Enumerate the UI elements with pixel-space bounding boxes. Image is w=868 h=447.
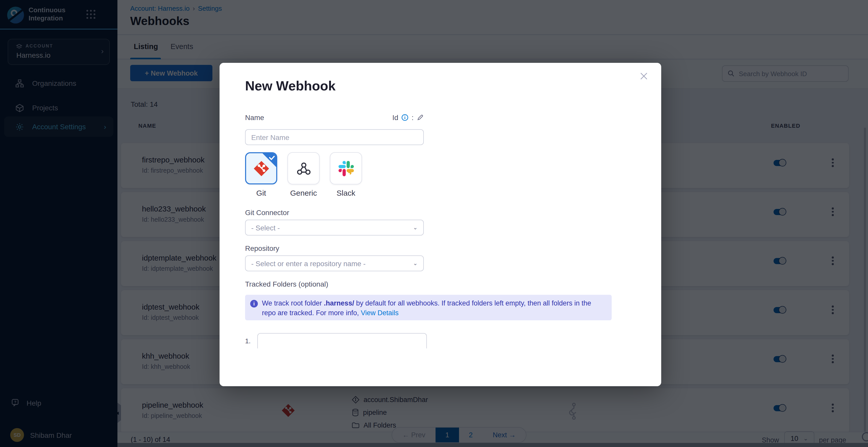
git-connector-value: - Select -: [251, 224, 280, 232]
tracked-folder-row: 1.: [245, 333, 637, 349]
repository-value: - Select or enter a repository name -: [251, 259, 366, 267]
modal-form-scroll-area: Name Id :: [245, 113, 637, 352]
folder-index: 1.: [245, 337, 251, 345]
repository-label: Repository: [245, 244, 637, 252]
type-label-git: Git: [245, 188, 277, 197]
modal-title: New Webhook: [245, 78, 336, 94]
slack-icon: [338, 161, 353, 176]
id-colon: :: [411, 113, 413, 122]
type-card-generic[interactable]: Generic: [287, 152, 320, 197]
app-window: Account: Harness.io›Settings Webhooks Li…: [0, 0, 868, 447]
tracked-folders-info-banner: i We track root folder .harness/ by defa…: [245, 295, 612, 320]
type-label-slack: Slack: [330, 188, 362, 197]
type-card-git[interactable]: Git: [245, 152, 277, 197]
info-text-pre: We track root folder: [262, 299, 324, 307]
webhook-type-cards: Git Generic: [245, 152, 637, 197]
check-icon: [262, 153, 276, 167]
webhook-name-input[interactable]: [245, 129, 424, 145]
info-text-bold: .harness/: [324, 299, 354, 307]
webhook-generic-icon: [296, 161, 311, 176]
info-icon[interactable]: [401, 114, 408, 121]
type-label-generic: Generic: [287, 188, 320, 197]
close-icon[interactable]: [639, 71, 649, 81]
type-card-slack[interactable]: Slack: [330, 152, 362, 197]
repository-select[interactable]: - Select or enter a repository name - ⌄: [245, 256, 424, 271]
view-details-link[interactable]: View Details: [361, 309, 399, 317]
edit-icon[interactable]: [416, 114, 424, 121]
git-connector-label: Git Connector: [245, 208, 637, 217]
chevron-down-icon: ⌄: [413, 224, 418, 231]
new-webhook-modal: New Webhook Name Id :: [220, 63, 661, 386]
git-connector-select[interactable]: - Select - ⌄: [245, 220, 424, 236]
info-badge-icon: i: [250, 300, 258, 307]
name-label: Name: [245, 113, 264, 122]
tracked-folders-label: Tracked Folders (optional): [245, 280, 637, 288]
tracked-folder-input[interactable]: [257, 333, 427, 349]
chevron-down-icon: ⌄: [413, 260, 418, 267]
id-label: Id: [393, 113, 398, 122]
